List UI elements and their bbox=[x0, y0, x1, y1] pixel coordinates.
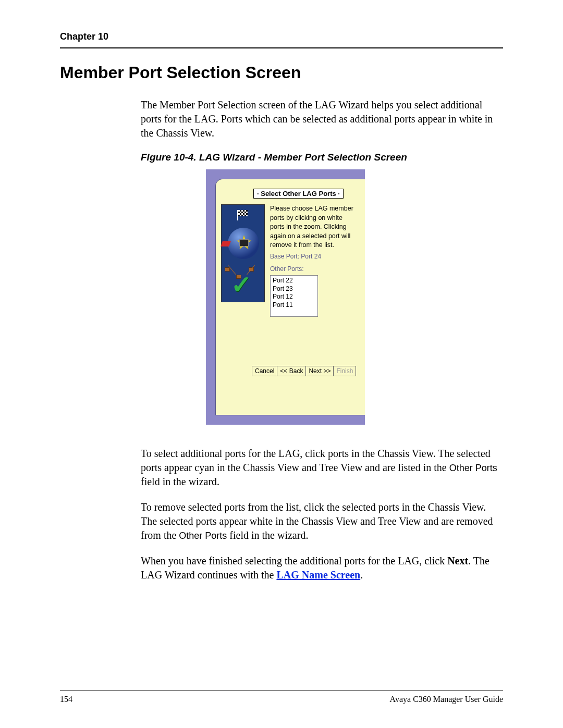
section-title: Member Port Selection Screen bbox=[60, 63, 503, 82]
text-run: field in the wizard. bbox=[227, 529, 308, 541]
other-ports-label: Other Ports: bbox=[270, 265, 359, 274]
list-item[interactable]: Port 23 bbox=[273, 285, 315, 293]
intro-paragraph: The Member Port Selection screen of the … bbox=[141, 98, 503, 140]
header-rule bbox=[60, 47, 503, 48]
text-run: When you have finished selecting the add… bbox=[141, 555, 447, 566]
cancel-button[interactable]: Cancel bbox=[252, 366, 277, 376]
wizard-illustration: ✓ bbox=[221, 204, 265, 302]
list-item[interactable]: Port 12 bbox=[273, 293, 315, 301]
wizard-instructions: Please choose LAG member ports by clicki… bbox=[270, 204, 359, 250]
back-button[interactable]: << Back bbox=[277, 366, 306, 376]
doc-title: Avaya C360 Manager User Guide bbox=[390, 695, 503, 704]
paragraph-remove: To remove selected ports from the list, … bbox=[141, 500, 503, 542]
wizard-panel: · Select Other LAG Ports · ✓ bbox=[215, 179, 365, 415]
text-run: . bbox=[360, 569, 363, 581]
field-name: Other Ports bbox=[179, 530, 227, 541]
paragraph-next: When you have finished selecting the add… bbox=[141, 554, 503, 582]
other-ports-list[interactable]: Port 22 Port 23 Port 12 Port 11 bbox=[270, 275, 318, 317]
figure-screenshot: · Select Other LAG Ports · ✓ bbox=[206, 169, 503, 425]
node-icon bbox=[225, 267, 230, 272]
chip-icon bbox=[239, 239, 249, 246]
field-name: Other Ports bbox=[449, 463, 497, 473]
wizard-frame: · Select Other LAG Ports · ✓ bbox=[206, 169, 365, 425]
footer-rule bbox=[60, 690, 503, 690]
flag-icon bbox=[237, 210, 249, 220]
finish-button: Finish bbox=[333, 366, 356, 376]
page-number: 154 bbox=[60, 695, 72, 704]
paragraph-select: To select additional ports for the LAG, … bbox=[141, 447, 503, 489]
wizard-button-row: Cancel << Back Next >> Finish bbox=[252, 366, 356, 376]
wizard-step-title: · Select Other LAG Ports · bbox=[253, 189, 344, 199]
lag-name-screen-link[interactable]: LAG Name Screen bbox=[276, 569, 360, 581]
list-item[interactable]: Port 22 bbox=[273, 277, 315, 285]
next-label: Next bbox=[447, 555, 468, 566]
base-port-label: Base Port: Port 24 bbox=[270, 252, 359, 261]
list-item[interactable]: Port 11 bbox=[273, 301, 315, 310]
text-run: To select additional ports for the LAG, … bbox=[141, 448, 491, 473]
next-button[interactable]: Next >> bbox=[305, 366, 334, 376]
figure-caption: Figure 10-4. LAG Wizard - Member Port Se… bbox=[141, 152, 503, 163]
text-run: field in the wizard. bbox=[141, 476, 219, 487]
wizard-text-block: Please choose LAG member ports by clicki… bbox=[270, 204, 359, 317]
checkmark-icon: ✓ bbox=[231, 273, 252, 298]
chapter-label: Chapter 10 bbox=[60, 31, 503, 42]
page-footer: 154 Avaya C360 Manager User Guide bbox=[60, 690, 503, 704]
